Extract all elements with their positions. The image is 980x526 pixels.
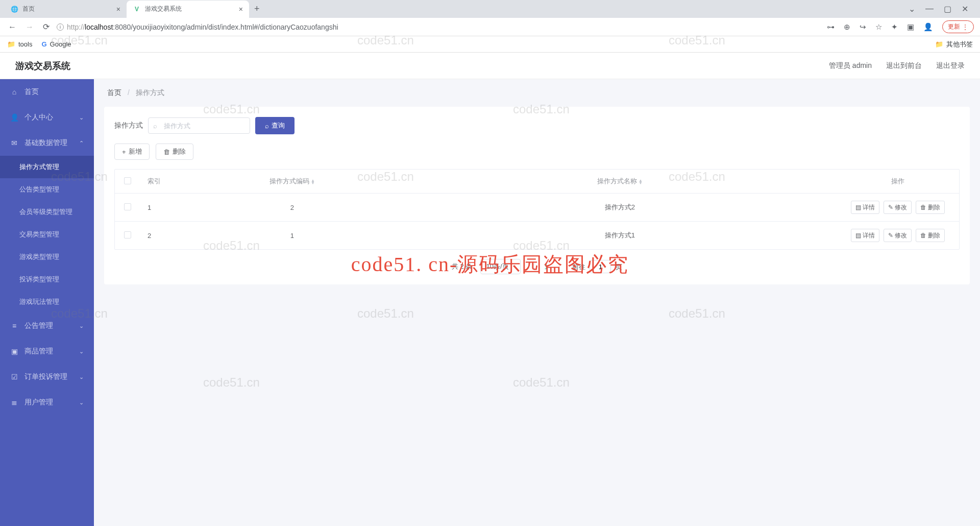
submenu-label: 公告类型管理: [19, 185, 59, 194]
sidepanel-icon[interactable]: ▣: [907, 22, 914, 32]
back-icon[interactable]: ←: [6, 20, 18, 34]
edit-button[interactable]: ✎修改: [884, 229, 912, 242]
app-title: 游戏交易系统: [15, 60, 70, 72]
update-button[interactable]: 更新⋮: [942, 20, 974, 33]
sidebar-item[interactable]: ☑订单投诉管理⌄: [0, 364, 94, 390]
detail-button[interactable]: ▤详情: [851, 201, 879, 214]
sidebar-item[interactable]: ≡公告管理⌄: [0, 313, 94, 339]
delete-button[interactable]: 🗑删除: [156, 144, 193, 160]
window-dropdown-icon[interactable]: ⌄: [909, 4, 915, 14]
pager: 〈 1 〉: [529, 262, 564, 271]
window-maximize-icon[interactable]: ▢: [944, 4, 951, 14]
site-info-icon[interactable]: i: [57, 23, 64, 31]
search-icon: ⌕: [153, 122, 157, 130]
jumper-input[interactable]: [590, 260, 611, 273]
page-prev-icon[interactable]: 〈: [529, 262, 535, 271]
sidebar-subitem[interactable]: 交易类型管理: [0, 223, 94, 246]
url-port: :8080: [113, 23, 131, 31]
content-card: 操作方式 ⌕ ⌕ 查询 +新增 🗑删除: [104, 107, 970, 284]
trash-icon: 🗑: [163, 148, 170, 156]
tab-close-icon[interactable]: ×: [239, 5, 243, 13]
menu-label: 订单投诉管理: [24, 372, 67, 381]
url-prefix: http://: [67, 23, 85, 31]
menu-icon: ▣: [10, 347, 18, 355]
cell-ops: ▤详情 ✎修改 🗑删除: [837, 194, 959, 221]
cell-code: 1: [181, 225, 403, 247]
share-icon[interactable]: ↪: [860, 22, 866, 32]
detail-button[interactable]: ▤详情: [851, 229, 879, 242]
sidebar-subitem[interactable]: 操作方式管理: [0, 156, 94, 178]
checkbox[interactable]: [124, 203, 131, 210]
globe-icon: 🌐: [10, 5, 18, 13]
plus-icon: +: [122, 148, 126, 156]
bookmark-other[interactable]: 📁其他书签: [935, 40, 973, 49]
chevron-down-icon: ⌄: [79, 323, 84, 329]
page-size-select[interactable]: 10条/页: [480, 259, 520, 274]
submenu-label: 游戏类型管理: [19, 252, 59, 261]
sidebar-subitem[interactable]: 会员等级类型管理: [0, 201, 94, 223]
sidebar-subitem[interactable]: 游戏类型管理: [0, 246, 94, 268]
browser-tab-1[interactable]: V 游戏交易系统 ×: [127, 1, 249, 18]
row-delete-button[interactable]: 🗑删除: [916, 229, 945, 242]
breadcrumb-home[interactable]: 首页: [107, 88, 121, 97]
filter-row: 操作方式 ⌕ ⌕ 查询: [114, 117, 960, 134]
profile-icon[interactable]: 👤: [923, 22, 933, 32]
to-front-link[interactable]: 退出到前台: [886, 61, 922, 70]
menu-icon: ≣: [10, 398, 18, 407]
bookmark-google[interactable]: GGoogle: [41, 40, 71, 48]
sort-icon[interactable]: ▲▼: [639, 179, 643, 184]
menu-label: 用户管理: [24, 398, 53, 407]
sidebar-item[interactable]: 👤个人中心⌄: [0, 105, 94, 130]
sidebar-item[interactable]: ▣商品管理⌄: [0, 339, 94, 364]
header-name[interactable]: 操作方式名称▲▼: [403, 170, 837, 193]
checkbox[interactable]: [124, 231, 131, 238]
chevron-down-icon: ⌄: [79, 374, 84, 380]
zoom-icon[interactable]: ⊕: [844, 22, 850, 32]
checkbox[interactable]: [124, 177, 131, 184]
menu-icon: ☑: [10, 373, 18, 381]
key-icon[interactable]: ⊶: [827, 22, 835, 32]
chevron-down-icon: ⌄: [79, 399, 84, 406]
query-button[interactable]: ⌕ 查询: [255, 117, 295, 134]
bookmarks-bar: 📁tools GGoogle 📁其他书签: [0, 36, 980, 53]
user-label[interactable]: 管理员 admin: [829, 61, 872, 70]
cell-ops: ▤详情 ✎修改 🗑删除: [837, 222, 959, 249]
sidebar-subitem[interactable]: 投诉类型管理: [0, 268, 94, 291]
page-number[interactable]: 1: [545, 263, 548, 271]
star-icon[interactable]: ☆: [875, 22, 882, 32]
extensions-icon[interactable]: ✦: [891, 22, 898, 32]
page-next-icon[interactable]: 〉: [557, 262, 564, 271]
page-total: 共 2 条: [452, 262, 472, 271]
tab-close-icon[interactable]: ×: [116, 5, 120, 13]
filter-input[interactable]: [148, 117, 250, 134]
row-delete-button[interactable]: 🗑删除: [916, 201, 945, 214]
forward-icon[interactable]: →: [23, 20, 36, 34]
breadcrumb-sep: /: [128, 88, 130, 97]
sort-icon[interactable]: ▲▼: [311, 179, 315, 184]
reload-icon[interactable]: ⟳: [41, 20, 52, 34]
sidebar-item[interactable]: ⌂首页: [0, 79, 94, 105]
submenu-label: 会员等级类型管理: [19, 207, 72, 217]
submenu-label: 游戏玩法管理: [19, 297, 59, 306]
browser-tab-0[interactable]: 🌐 首页 ×: [4, 1, 127, 18]
address-bar-icons: ⊶ ⊕ ↪ ☆ ✦ ▣ 👤 更新⋮: [827, 20, 974, 33]
chevron-down-icon: ⌄: [79, 114, 84, 121]
header-right: 管理员 admin 退出到前台 退出登录: [829, 61, 965, 70]
logout-link[interactable]: 退出登录: [936, 61, 965, 70]
new-tab-button[interactable]: +: [249, 4, 265, 14]
sidebar-subitem[interactable]: 游戏玩法管理: [0, 291, 94, 313]
window-close-icon[interactable]: ✕: [962, 4, 968, 14]
add-button[interactable]: +新增: [114, 144, 150, 160]
sidebar-subitem[interactable]: 公告类型管理: [0, 178, 94, 201]
menu-icon: ⌂: [10, 88, 18, 96]
menu-label: 公告管理: [24, 321, 53, 330]
header-code[interactable]: 操作方式编码▲▼: [181, 170, 403, 193]
window-minimize-icon[interactable]: —: [925, 4, 934, 14]
url-input[interactable]: i http://localhost:8080/youxijiaoyixiton…: [57, 23, 822, 31]
sidebar-item[interactable]: ≣用户管理⌄: [0, 390, 94, 415]
bookmark-tools[interactable]: 📁tools: [7, 40, 32, 48]
sidebar-item[interactable]: ✉基础数据管理⌃: [0, 130, 94, 156]
url-host: localhost: [85, 23, 113, 31]
folder-icon: 📁: [935, 40, 943, 48]
edit-button[interactable]: ✎修改: [884, 201, 912, 214]
